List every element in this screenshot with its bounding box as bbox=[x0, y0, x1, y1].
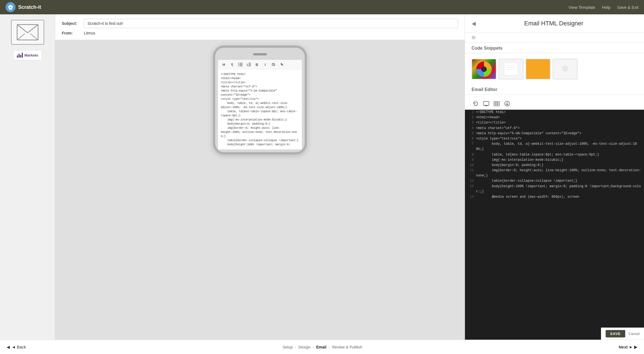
svg-rect-16 bbox=[249, 66, 251, 66]
email-editor-section: Email Editor bbox=[465, 84, 644, 340]
paragraph-button[interactable]: ¶ bbox=[229, 61, 235, 68]
svg-rect-11 bbox=[238, 66, 239, 66]
svg-rect-28 bbox=[494, 101, 499, 106]
right-panel-header: ◀ Email HTML Designer bbox=[465, 14, 644, 33]
marketo-logo: Marketo bbox=[13, 50, 42, 60]
code-editor[interactable]: 1<!DOCTYPE html>2<html><head>3<title></t… bbox=[465, 110, 644, 340]
subject-row: Subject: bbox=[62, 19, 458, 28]
desktop-view-button[interactable] bbox=[482, 100, 490, 107]
from-label: From: bbox=[62, 31, 84, 35]
phone-speaker bbox=[253, 53, 267, 55]
collapse-button[interactable]: ⊖ bbox=[465, 33, 644, 42]
link-icon bbox=[271, 63, 276, 66]
back-arrow-button[interactable]: ◀ bbox=[472, 20, 476, 27]
code-line: 13 body{height:100% !important; margin:0… bbox=[465, 184, 644, 194]
svg-text:✦: ✦ bbox=[9, 6, 12, 9]
email-icon-container bbox=[11, 20, 44, 45]
code-line: 2<html><head> bbox=[465, 115, 644, 120]
svg-rect-10 bbox=[239, 64, 243, 65]
save-cancel-bar: SAVE Cancel bbox=[601, 328, 644, 340]
undo-button[interactable] bbox=[472, 100, 480, 107]
snippet-img-orange bbox=[526, 59, 550, 79]
code-snippets-title: Code Snippets bbox=[465, 42, 644, 53]
code-line: 10 body{margin:0; padding:0;} bbox=[465, 163, 644, 168]
unordered-list-button[interactable] bbox=[237, 61, 243, 68]
download-button[interactable] bbox=[503, 100, 511, 107]
breadcrumb-email[interactable]: Email bbox=[316, 345, 326, 349]
main-content: Marketo Subject: From: Litmus H bbox=[0, 14, 644, 340]
snippet-img-wheel bbox=[472, 59, 496, 79]
subject-input[interactable] bbox=[84, 19, 458, 28]
code-line: 7 body, table, td, a{-webkit-text-size-a… bbox=[465, 141, 644, 152]
code-line: 14 @media screen and (max-width: 860px),… bbox=[465, 194, 644, 200]
ordered-list-button[interactable]: 1. bbox=[246, 61, 252, 68]
editor-toolbar: H ¶ bbox=[218, 60, 302, 69]
code-line: 4<meta charset="utf-8"> bbox=[465, 126, 644, 131]
code-snippets-divider bbox=[465, 53, 644, 53]
view-template-link[interactable]: View Template bbox=[569, 5, 595, 10]
marketo-bars-icon bbox=[17, 53, 23, 58]
next-button[interactable]: Next ► ▶ bbox=[619, 345, 637, 350]
table-button[interactable] bbox=[493, 100, 501, 107]
svg-line-6 bbox=[30, 34, 38, 40]
right-panel: ◀ Email HTML Designer ⊖ Code Snippets bbox=[465, 14, 644, 340]
pencil-button[interactable]: ✎ bbox=[279, 61, 285, 68]
panel-title: Email HTML Designer bbox=[480, 20, 627, 27]
back-button[interactable]: ◀ ◄ Back bbox=[7, 345, 26, 350]
phone-preview-area: H ¶ bbox=[55, 40, 465, 340]
email-editor-divider bbox=[465, 94, 644, 95]
italic-button[interactable]: I bbox=[262, 61, 268, 68]
code-line: 11 img{border:0; height:auto; line-heigh… bbox=[465, 168, 644, 178]
back-label: ◄ Back bbox=[12, 345, 26, 349]
from-value: Litmus bbox=[84, 31, 95, 35]
svg-rect-15 bbox=[249, 64, 251, 65]
bottom-navigation: ◀ ◄ Back Setup › Design › Email › Review… bbox=[0, 340, 644, 354]
svg-rect-20 bbox=[504, 63, 518, 75]
breadcrumb-sep-1: › bbox=[295, 345, 296, 349]
email-editor-title: Email Editor bbox=[465, 84, 644, 94]
download-icon bbox=[504, 101, 510, 106]
breadcrumb: Setup › Design › Email › Review & Publis… bbox=[26, 345, 619, 349]
snippets-grid: ❄ bbox=[465, 57, 644, 84]
cancel-button[interactable]: Cancel bbox=[629, 332, 640, 336]
svg-rect-12 bbox=[239, 66, 243, 66]
left-panel: Marketo bbox=[0, 14, 55, 340]
top-nav-actions: View Template Help Save & Exit bbox=[569, 5, 638, 10]
marketo-label: Marketo bbox=[25, 53, 38, 57]
snippet-thumbnail-4[interactable]: ❄ bbox=[553, 59, 578, 79]
undo-icon bbox=[473, 101, 478, 106]
snippet-img-blank bbox=[499, 59, 523, 79]
svg-rect-9 bbox=[238, 64, 239, 65]
snippet-thumbnail-3[interactable] bbox=[526, 59, 550, 79]
editor-icons-row bbox=[465, 98, 644, 110]
blank-snippet-icon bbox=[503, 61, 519, 77]
bold-button[interactable]: B bbox=[254, 61, 260, 68]
phone-mockup: H ¶ bbox=[213, 45, 307, 154]
code-line: 3<title></title> bbox=[465, 120, 644, 125]
breadcrumb-review[interactable]: Review & Publish bbox=[332, 345, 362, 349]
breadcrumb-setup[interactable]: Setup bbox=[283, 345, 293, 349]
svg-text:❄: ❄ bbox=[561, 63, 569, 74]
breadcrumb-design[interactable]: Design bbox=[298, 345, 310, 349]
heading-button[interactable]: H bbox=[221, 61, 227, 68]
help-link[interactable]: Help bbox=[602, 5, 611, 10]
svg-rect-25 bbox=[483, 101, 489, 105]
logo-icon: ✦ bbox=[6, 2, 15, 12]
app-name: Scratch-it bbox=[18, 4, 41, 10]
snippet-thumbnail-2[interactable] bbox=[499, 59, 523, 79]
svg-rect-8 bbox=[239, 63, 243, 63]
code-line: 9 img{-ms-interpolation-mode:bicubic;} bbox=[465, 157, 644, 163]
save-exit-link[interactable]: Save & Exit bbox=[617, 5, 638, 10]
top-navigation: ✦ Scratch-it View Template Help Save & E… bbox=[0, 0, 644, 14]
link-button[interactable] bbox=[270, 61, 276, 68]
snippet-img-snowflake: ❄ bbox=[553, 59, 577, 79]
code-line: 8 table, td{mso-table-lspace:0pt; mso-ta… bbox=[465, 152, 644, 157]
subject-label: Subject: bbox=[62, 21, 84, 26]
breadcrumb-sep-2: › bbox=[313, 345, 314, 349]
email-icon bbox=[17, 24, 39, 41]
svg-line-3 bbox=[17, 25, 28, 33]
code-line: 5<meta http-equiv="X-UA-Compatible" cont… bbox=[465, 131, 644, 136]
save-button[interactable]: SAVE bbox=[606, 330, 625, 337]
svg-point-19 bbox=[481, 66, 487, 72]
snippet-thumbnail-1[interactable] bbox=[472, 59, 496, 79]
